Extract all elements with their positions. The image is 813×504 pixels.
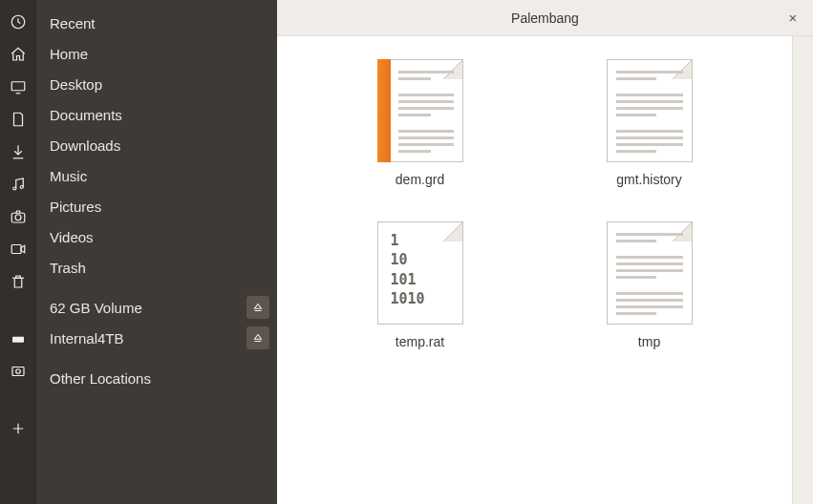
svg-rect-8 xyxy=(12,368,24,376)
svg-point-2 xyxy=(13,187,16,190)
disk-icon xyxy=(10,363,27,380)
file-thumbnail-document-orange xyxy=(377,59,463,162)
titlebar: Palembang × xyxy=(277,0,813,36)
desktop-icon xyxy=(10,78,27,95)
sidebar-item-label: Home xyxy=(50,46,264,62)
svg-rect-6 xyxy=(11,245,21,254)
right-strip xyxy=(792,36,813,504)
close-icon: × xyxy=(789,10,798,26)
sidebar-item-label: Internal4TB xyxy=(50,330,264,346)
file-item[interactable]: 1 10 101 1010 temp.rat xyxy=(306,218,535,380)
download-icon xyxy=(10,143,27,160)
drive-icon xyxy=(10,330,27,347)
sidebar-item-volume[interactable]: 62 GB Volume xyxy=(36,292,277,323)
svg-rect-1 xyxy=(11,82,25,91)
svg-rect-7 xyxy=(12,337,24,343)
sidebar-item-downloads[interactable]: Downloads xyxy=(36,130,277,160)
close-button[interactable]: × xyxy=(782,8,803,29)
sidebar-item-videos[interactable]: Videos xyxy=(36,221,277,252)
file-item[interactable]: gmt.history xyxy=(535,55,764,218)
music-icon xyxy=(10,176,27,193)
window-title: Palembang xyxy=(277,10,813,26)
sidebar-item-label: Recent xyxy=(50,15,264,32)
sidebar-separator xyxy=(36,353,277,363)
sidebar-item-label: Other Locations xyxy=(50,370,264,387)
file-name: dem.grd xyxy=(396,172,444,187)
sidebar-item-pictures[interactable]: Pictures xyxy=(36,191,277,221)
file-thumbnail-document xyxy=(607,59,693,162)
file-name: gmt.history xyxy=(616,172,681,187)
sidebar-iconcol xyxy=(0,0,36,504)
sidebar-separator xyxy=(36,283,277,292)
file-name: tmp xyxy=(638,334,660,349)
svg-point-5 xyxy=(15,215,21,220)
sidebar-item-label: Videos xyxy=(50,229,264,245)
sidebar-item-recent[interactable]: Recent xyxy=(36,8,277,38)
eject-button[interactable] xyxy=(246,296,269,319)
plus-icon xyxy=(10,420,27,437)
sidebar-item-trash[interactable]: Trash xyxy=(36,252,277,283)
file-thumbnail-document xyxy=(607,221,693,325)
sidebar-item-label: Documents xyxy=(50,107,264,123)
eject-icon xyxy=(251,301,265,314)
file-item[interactable]: tmp xyxy=(535,218,764,380)
sidebar-item-label: Downloads xyxy=(50,137,264,154)
video-icon xyxy=(10,241,27,258)
content-row: dem.grd gmt.history 1 10 101 1010 temp.r… xyxy=(277,36,813,504)
file-thumbnail-binary: 1 10 101 1010 xyxy=(377,221,463,325)
trash-icon xyxy=(10,273,27,290)
sidebar-item-label: Desktop xyxy=(50,76,264,93)
sidebar-item-home[interactable]: Home xyxy=(36,38,277,69)
sidebar-item-label: 62 GB Volume xyxy=(50,300,264,316)
sidebar-item-documents[interactable]: Documents xyxy=(36,99,277,130)
file-name: temp.rat xyxy=(396,334,444,349)
file-manager-window: Recent Home Desktop Documents Downloads … xyxy=(0,0,813,504)
file-item[interactable]: dem.grd xyxy=(306,55,535,218)
eject-icon xyxy=(251,331,265,345)
sidebar-item-music[interactable]: Music xyxy=(36,160,277,191)
file-grid: dem.grd gmt.history 1 10 101 1010 temp.r… xyxy=(277,36,792,504)
main-pane: Palembang × dem.grd xyxy=(277,0,813,504)
sidebar-item-label: Music xyxy=(50,168,264,184)
sidebar-item-other-locations[interactable]: Other Locations xyxy=(36,363,277,393)
clock-icon xyxy=(10,13,27,31)
home-icon xyxy=(10,46,27,63)
sidebar-item-label: Trash xyxy=(50,260,264,276)
camera-icon xyxy=(10,208,27,225)
sidebar: Recent Home Desktop Documents Downloads … xyxy=(36,0,277,504)
svg-point-3 xyxy=(20,186,23,189)
document-icon xyxy=(10,111,27,128)
eject-button[interactable] xyxy=(246,326,269,349)
svg-point-9 xyxy=(16,369,21,374)
sidebar-item-desktop[interactable]: Desktop xyxy=(36,69,277,99)
sidebar-item-label: Pictures xyxy=(50,199,264,215)
sidebar-item-volume[interactable]: Internal4TB xyxy=(36,323,277,353)
binary-preview-text: 1 10 101 1010 xyxy=(391,231,425,308)
